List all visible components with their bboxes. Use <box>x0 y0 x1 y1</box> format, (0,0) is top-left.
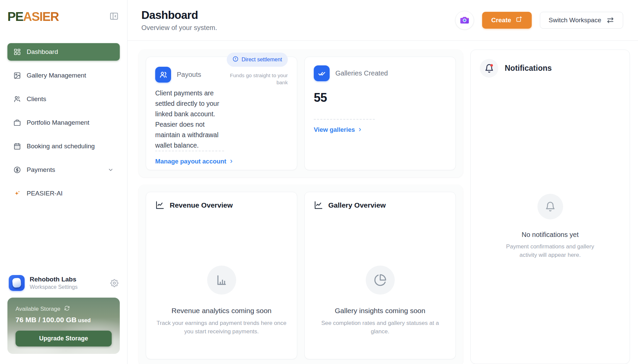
payouts-title: Payouts <box>177 71 201 79</box>
notifications-panel: Notifications No notifications yet Payme… <box>470 50 630 364</box>
payouts-body: Client payments are settled directly to … <box>155 88 227 151</box>
payouts-right: Direct settlement Funds go straight to y… <box>227 53 288 151</box>
sidebar-item-label: Payments <box>27 166 55 174</box>
camera-icon <box>459 14 470 26</box>
dashed-divider <box>314 119 375 120</box>
dollar-circle-icon <box>13 166 21 174</box>
sidebar-item-payments[interactable]: Payments <box>7 161 120 179</box>
sidebar-item-label: Booking and scheduling <box>27 143 95 150</box>
badge-label: Direct settlement <box>242 57 282 63</box>
create-button-label: Create <box>491 17 511 24</box>
create-button[interactable]: Create <box>482 12 532 29</box>
chevron-right-icon: › <box>359 126 361 133</box>
revenue-empty-body: Track your earnings and payment trends h… <box>155 319 288 336</box>
panel-collapse-icon <box>109 11 119 22</box>
workspace-name: Rehoboth Labs <box>30 276 78 283</box>
galleries-count: 55 <box>314 91 446 105</box>
storage-usage-value: 76 MB / 100.00 GB <box>16 316 77 324</box>
bell-outline-icon <box>537 194 563 219</box>
sidebar-item-portfolio-management[interactable]: Portfolio Management <box>7 114 120 131</box>
manage-payout-label: Manage payout account <box>155 158 226 165</box>
notifications-empty-title: No notifications yet <box>522 231 579 239</box>
dashboard-icon <box>13 48 21 56</box>
sidebar-item-gallery-management[interactable]: Gallery Management <box>7 67 120 84</box>
left-column: Payouts Client payments are settled dire… <box>139 50 463 364</box>
line-chart-icon <box>314 201 323 210</box>
avatar[interactable] <box>455 11 474 30</box>
header-titles: Dashboard Overview of your system. <box>141 9 217 32</box>
collapse-sidebar-button[interactable] <box>108 11 120 22</box>
info-icon <box>232 56 239 63</box>
notifications-empty-state: No notifications yet Payment confirmatio… <box>480 194 620 259</box>
gallery-empty-title: Gallery insights coming soon <box>335 307 425 315</box>
notifications-title: Notifications <box>505 64 552 73</box>
sidebar-spacer <box>7 208 120 275</box>
stats-group: Payouts Client payments are settled dire… <box>139 50 463 177</box>
upgrade-storage-button[interactable]: Upgrade Storage <box>16 331 112 346</box>
notification-dot <box>490 64 493 67</box>
page-title: Dashboard <box>141 9 217 22</box>
storage-card: Available Storage 76 MB / 100.00 GB used… <box>7 298 120 354</box>
payouts-left: Payouts Client payments are settled dire… <box>155 67 227 151</box>
workspace-text: Rehoboth Labs Workspace Settings <box>30 276 78 290</box>
manage-payout-link[interactable]: Manage payout account › <box>155 158 288 165</box>
revenue-overview-card: Revenue Overview Revenue analytics comin… <box>146 192 297 359</box>
gallery-overview-title: Gallery Overview <box>328 201 386 209</box>
sidebar-item-label: Dashboard <box>27 48 58 56</box>
badge-note: Funds go straight to your bank <box>229 72 288 86</box>
sidebar-item-clients[interactable]: Clients <box>7 90 120 108</box>
calendar-icon <box>13 143 21 150</box>
galleries-created-card: Galleries Created 55 View galleries › <box>304 57 456 170</box>
view-galleries-label: View galleries <box>314 126 355 133</box>
main-area: Dashboard Overview of your system. <box>128 0 638 364</box>
storage-used-suffix: used <box>77 317 91 323</box>
sidebar-item-label: PEASIER-AI <box>27 190 63 197</box>
logo-green-part: PE <box>7 10 23 24</box>
direct-settlement-badge: Direct settlement <box>227 53 288 67</box>
switch-workspace-label: Switch Workspace <box>549 17 601 24</box>
sidebar-item-peasier-ai[interactable]: PEASIER-AI <box>7 185 120 202</box>
logo-row: PEASIER <box>7 9 120 24</box>
revenue-empty-title: Revenue analytics coming soon <box>171 307 272 315</box>
peasier-logo: PEASIER <box>7 10 59 23</box>
galleries-title: Galleries Created <box>335 69 388 77</box>
gear-icon[interactable] <box>110 279 118 287</box>
view-galleries-link[interactable]: View galleries › <box>314 126 446 133</box>
revenue-overview-title: Revenue Overview <box>170 201 233 209</box>
sidebar-item-label: Gallery Management <box>27 72 86 79</box>
switch-workspace-button[interactable]: Switch Workspace <box>540 12 623 29</box>
gallery-overview-card: Gallery Overview Gallery insights coming… <box>304 192 456 359</box>
sidebar-nav: Dashboard Gallery Management Clients Por… <box>7 43 120 208</box>
gallery-empty-body: See completion rates and gallery statuse… <box>314 319 446 336</box>
overview-group: Revenue Overview Revenue analytics comin… <box>139 185 463 364</box>
bell-icon <box>480 59 498 78</box>
sidebar-item-booking-scheduling[interactable]: Booking and scheduling <box>7 138 120 155</box>
payouts-card: Payouts Client payments are settled dire… <box>146 57 297 170</box>
dashed-divider <box>155 151 224 151</box>
page-header: Dashboard Overview of your system. <box>128 0 638 41</box>
bar-chart-icon <box>207 266 236 295</box>
sidebar-item-dashboard[interactable]: Dashboard <box>7 43 120 61</box>
gallery-empty-state: Gallery insights coming soon See complet… <box>314 266 446 336</box>
users-icon <box>13 95 21 103</box>
image-icon <box>13 72 21 79</box>
notifications-header: Notifications <box>480 59 620 78</box>
payout-users-icon <box>155 67 171 83</box>
swap-arrows-icon <box>606 16 614 24</box>
workspace-logo <box>9 275 25 291</box>
header-actions: Create Switch Workspace <box>455 11 623 30</box>
storage-label-row: Available Storage <box>16 305 112 313</box>
notifications-empty-body: Payment confirmations and gallery activi… <box>504 242 597 259</box>
briefcase-icon <box>13 119 21 126</box>
sidebar-item-label: Portfolio Management <box>27 119 89 126</box>
pie-chart-icon <box>366 266 395 295</box>
workspace-row[interactable]: Rehoboth Labs Workspace Settings <box>7 275 120 291</box>
refresh-icon[interactable] <box>64 305 70 313</box>
line-chart-icon <box>155 201 164 210</box>
sidebar: PEASIER Dashboard Gallery Management <box>0 0 128 364</box>
logo-orange-part: ASIER <box>23 10 59 24</box>
storage-label: Available Storage <box>16 306 60 312</box>
content: Payouts Client payments are settled dire… <box>128 41 638 364</box>
double-check-icon <box>314 65 330 81</box>
page-subtitle: Overview of your system. <box>141 24 217 32</box>
